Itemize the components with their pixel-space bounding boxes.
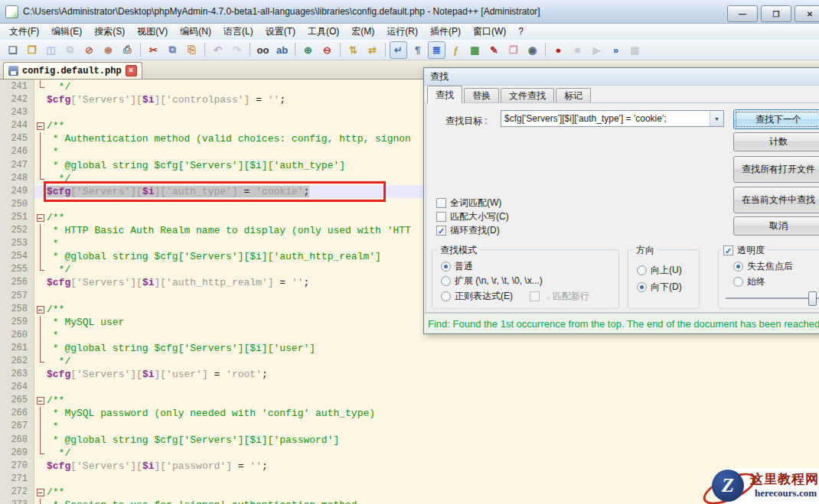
radio-icon [637, 265, 647, 275]
menu-item[interactable]: 搜索(S) [88, 24, 131, 40]
new-file-icon[interactable]: ❏ [4, 41, 21, 59]
code-line[interactable]: 261 * @global string $cfg['Servers'][$i]… [0, 342, 819, 355]
doc-monitor-eye-icon[interactable]: ◉ [524, 41, 541, 59]
fold-collapse-icon[interactable] [34, 211, 47, 224]
code-line[interactable]: 268 * @global string $cfg['Servers'][$i]… [0, 434, 819, 447]
doc-map-icon[interactable]: ▦ [466, 41, 484, 59]
menu-item[interactable]: ? [512, 24, 530, 40]
code-line[interactable]: 271 [0, 473, 819, 486]
code-line[interactable]: 273 * Session to use for 'signon' authen… [0, 499, 819, 504]
watermark-logo-letter: Z [722, 474, 734, 497]
replace-tab[interactable]: 替换 [464, 88, 499, 103]
zoom-in-icon[interactable]: ⊕ [299, 41, 317, 59]
match-whole-word-checkbox[interactable]: 全词匹配(W) [436, 197, 501, 210]
show-symbols-icon[interactable]: ¶ [409, 41, 426, 59]
menu-item[interactable]: 插件(P) [424, 24, 467, 40]
find-all-open-docs-button[interactable]: 查找所有打开文件 [733, 156, 819, 183]
zoom-out-icon[interactable]: ⊖ [318, 41, 336, 59]
cancel-button[interactable]: 取消 [733, 216, 819, 236]
always-radio[interactable]: 始终 [733, 275, 765, 288]
menu-item[interactable]: 视图(V) [131, 24, 174, 40]
code-line[interactable]: 265/** [0, 394, 819, 407]
undo-icon: ↶ [209, 41, 227, 59]
redo-icon: ↷ [228, 41, 246, 59]
find-all-current-doc-button[interactable]: 在当前文件中查找 [733, 187, 819, 213]
transparency-slider[interactable] [726, 298, 819, 299]
menu-item[interactable]: 编辑(E) [45, 24, 88, 40]
record-macro-icon[interactable]: ● [550, 41, 567, 59]
find-dialog-titlebar[interactable]: 查找 [424, 68, 819, 86]
restore-icon[interactable]: ❐ [761, 5, 791, 22]
code-line[interactable]: 264 [0, 381, 819, 394]
replace-icon[interactable]: ab [273, 41, 291, 59]
open-file-icon: ❐ [28, 44, 37, 56]
fold-collapse-icon[interactable] [34, 394, 47, 407]
sync-scroll-h-icon[interactable]: ⇄ [364, 41, 381, 59]
fold-collapse-icon[interactable] [34, 303, 47, 316]
copy-icon[interactable]: ⧉ [164, 41, 181, 59]
combo-dropdown-icon[interactable]: ▼ [710, 111, 723, 126]
define-language-icon[interactable]: ✎ [485, 41, 503, 59]
tab-label: config.default.php [22, 66, 122, 76]
close-file-icon[interactable]: ⊘ [80, 41, 98, 59]
find-target-combobox[interactable]: $cfg['Servers'][$i]['auth_type'] = 'cook… [501, 110, 724, 127]
cut-icon[interactable]: ✂ [145, 41, 162, 59]
menu-item[interactable]: 编码(N) [174, 24, 217, 40]
tab-close-icon[interactable]: ✕ [126, 65, 137, 76]
menu-item[interactable]: 文件(F) [3, 24, 45, 40]
code-line[interactable]: 262 */ [0, 355, 819, 368]
wrap-around-checkbox[interactable]: ✓ 循环查找(D) [436, 224, 500, 237]
watermark: Z 这里教程网 herecours.com [726, 468, 819, 504]
run-macro-multi-icon[interactable]: » [607, 41, 625, 59]
find-tab[interactable]: 查找 [427, 86, 462, 103]
find-target-value[interactable]: $cfg['Servers'][$i]['auth_type'] = 'cook… [501, 113, 710, 124]
menu-item[interactable]: 窗口(W) [467, 24, 512, 40]
menu-item[interactable]: 运行(R) [380, 24, 424, 40]
open-file-icon[interactable]: ❐ [23, 41, 41, 59]
regex-mode-radio[interactable]: 正则表达式(E) [441, 290, 513, 303]
code-line[interactable]: 267 * [0, 420, 819, 433]
extended-mode-radio[interactable]: 扩展 (\n, \r, \t, \0, \x...) [441, 275, 543, 288]
direction-up-radio[interactable]: 向上(U) [637, 264, 682, 277]
print-icon[interactable]: ⎙ [119, 41, 136, 59]
function-list-icon[interactable]: ƒ [447, 41, 465, 59]
indent-guide-icon[interactable]: ≣ [428, 41, 445, 59]
find-dialog: 查找 查找替换文件查找标记 查找目标 : $cfg['Servers'][$i]… [423, 67, 819, 334]
transparency-checkbox[interactable]: ✓ 透明度 [721, 244, 767, 257]
find-icon[interactable]: oo [254, 41, 272, 59]
code-line[interactable]: 266 * MySQL password (only needed with '… [0, 407, 819, 420]
count-button[interactable]: 计数 [733, 132, 819, 151]
code-line[interactable]: 263$cfg['Servers'][$i]['user'] = 'root'; [0, 368, 819, 381]
direction-down-radio[interactable]: 向下(D) [637, 281, 682, 294]
line-number: 267 [0, 420, 34, 433]
code-line[interactable]: 270$cfg['Servers'][$i]['password'] = ''; [0, 460, 819, 473]
code-text: $cfg['Servers'][$i]['password'] = ''; [47, 460, 819, 473]
menu-item[interactable]: 语言(L) [217, 24, 259, 40]
minimize-icon[interactable]: — [727, 5, 758, 22]
match-case-checkbox[interactable]: 匹配大小写(C) [436, 210, 509, 223]
slider-thumb[interactable] [808, 291, 817, 306]
normal-mode-radio[interactable]: 普通 [441, 260, 473, 273]
line-number: 253 [0, 237, 34, 250]
on-losing-focus-radio[interactable]: 失去焦点后 [733, 260, 793, 273]
find-next-button[interactable]: 查找下一个 [733, 109, 819, 129]
close-icon[interactable]: ✕ [795, 5, 819, 22]
project-folder-icon[interactable]: ❐ [504, 41, 522, 59]
tab-config-default-php[interactable]: config.default.php ✕ [3, 62, 142, 79]
menu-item[interactable]: 设置(T) [259, 24, 302, 40]
mark-tab[interactable]: 标记 [556, 88, 591, 103]
sync-scroll-v-icon[interactable]: ⇅ [344, 41, 362, 59]
menu-item[interactable]: 工具(O) [302, 24, 345, 40]
fold-collapse-icon[interactable] [34, 119, 47, 132]
code-line[interactable]: 269 */ [0, 447, 819, 460]
menu-item[interactable]: 宏(M) [345, 24, 380, 40]
word-wrap-icon[interactable]: ↵ [390, 41, 407, 59]
code-line[interactable]: 272/** [0, 486, 819, 499]
radio-icon [441, 262, 451, 272]
fold-margin [34, 381, 47, 394]
close-all-icon[interactable]: ⊛ [100, 41, 117, 59]
find-in-files-tab[interactable]: 文件查找 [501, 88, 554, 103]
fold-collapse-icon[interactable] [34, 486, 47, 499]
line-number: 266 [0, 407, 34, 420]
paste-icon[interactable]: ⎘ [183, 41, 201, 59]
